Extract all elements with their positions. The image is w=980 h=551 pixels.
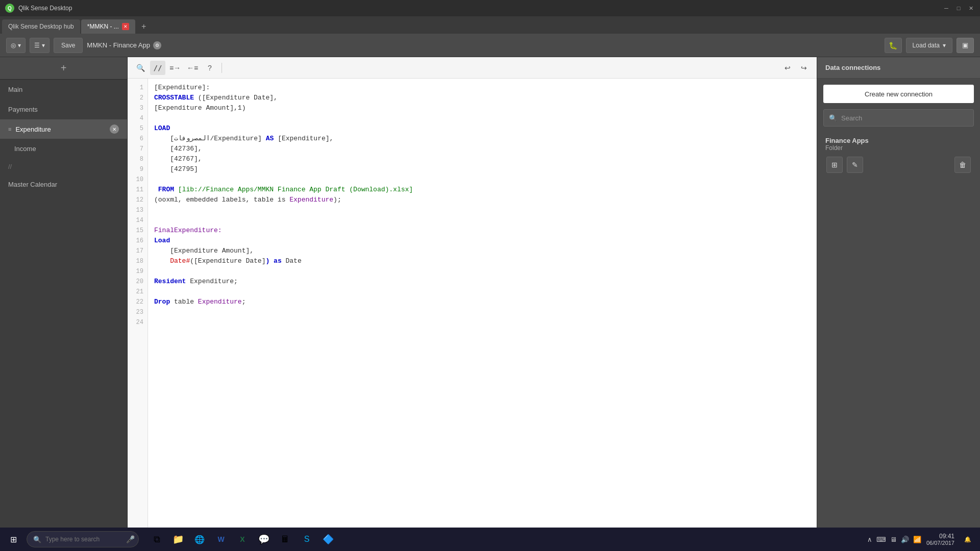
sidebar-item-payments[interactable]: Payments <box>0 99 127 119</box>
toolbar-circle-chevron: ▾ <box>18 42 21 49</box>
minimize-button[interactable]: ─ <box>942 4 950 12</box>
folder-table-icon[interactable]: ⊞ <box>826 157 843 173</box>
right-panel-toggle[interactable]: ▣ <box>957 38 974 53</box>
folder-delete-icon[interactable]: 🗑 <box>954 157 971 173</box>
taskbar-task-view[interactable]: ⧉ <box>147 530 166 549</box>
save-button[interactable]: Save <box>54 38 83 53</box>
title-bar: Q Qlik Sense Desktop ─ □ ✕ <box>0 0 980 16</box>
comment-button[interactable]: // <box>150 61 165 75</box>
network-icon[interactable]: 📶 <box>913 536 921 543</box>
code-editor[interactable]: 123456789101112131415161718192021222324 … <box>128 79 817 533</box>
undo-button[interactable]: ↩ <box>780 61 795 75</box>
notification-button[interactable]: 🔔 <box>960 531 976 547</box>
folder-actions: ⊞ ✎ 🗑 <box>825 157 972 173</box>
create-connection-label: Create new connection <box>865 90 933 98</box>
window-title: Qlik Sense Desktop <box>18 5 942 12</box>
toolbar-separator <box>222 63 222 73</box>
sidebar-item-main[interactable]: Main <box>0 80 127 99</box>
taskbar-search-input[interactable] <box>45 536 122 543</box>
sidebar-item-master-calendar[interactable]: Master Calendar <box>0 174 127 194</box>
load-data-chevron: ▾ <box>943 42 946 49</box>
tab-close-icon[interactable]: ✕ <box>122 23 129 30</box>
tab-hub[interactable]: Qlik Sense Desktop hub <box>2 19 80 34</box>
chevron-up-icon[interactable]: ∧ <box>867 536 872 543</box>
taskbar-word[interactable]: W <box>211 530 231 549</box>
tab-mmkn-label: *MMKN - ... <box>87 23 119 30</box>
folder-name: Finance Apps <box>825 137 972 144</box>
add-section-button[interactable]: + <box>0 57 127 80</box>
line-numbers: 123456789101112131415161718192021222324 <box>128 79 148 533</box>
tab-mmkn[interactable]: *MMKN - ... ✕ <box>81 19 135 34</box>
hamburger-icon: ≡ <box>8 126 11 132</box>
taskbar-search-box[interactable]: 🔍 🎤 <box>27 531 139 547</box>
toolbar-list-icon: ☰ <box>34 42 40 49</box>
app-logo: Q <box>5 4 14 13</box>
taskbar-edge[interactable]: 🌐 <box>190 530 209 549</box>
clock-time: 09:41 <box>926 533 954 540</box>
taskbar-excel[interactable]: X <box>233 530 252 549</box>
app-settings-icon[interactable]: ⚙ <box>153 41 161 49</box>
app-name-text: MMKN - Finance App <box>87 41 150 49</box>
sidebar-mastercalendar-label: Master Calendar <box>8 181 57 188</box>
volume-icon[interactable]: 🔊 <box>901 536 909 543</box>
help-button[interactable]: ? <box>202 61 217 75</box>
search-icon: 🔍 <box>829 114 837 122</box>
toolbar-list-chevron: ▾ <box>42 42 45 49</box>
toolbar-list-btn[interactable]: ☰ ▾ <box>30 38 50 53</box>
taskbar-search-icon: 🔍 <box>33 536 41 543</box>
divider-text: // <box>8 163 12 170</box>
keyboard-icon[interactable]: ⌨ <box>876 536 886 543</box>
search-box[interactable]: 🔍 <box>823 109 974 127</box>
left-sidebar: + Main Payments ≡ Expenditure ✕ Income /… <box>0 57 128 533</box>
sidebar-main-label: Main <box>8 86 22 93</box>
sidebar-expenditure-label: Expenditure <box>15 126 51 133</box>
folder-edit-icon[interactable]: ✎ <box>847 157 863 173</box>
expenditure-left: ≡ Expenditure <box>8 126 51 133</box>
sidebar-item-income[interactable]: Income <box>0 139 127 159</box>
desktop-icon[interactable]: 🖥 <box>890 536 897 543</box>
data-connections-header: Data connections <box>817 57 980 79</box>
taskbar-system-icons: ∧ ⌨ 🖥 🔊 📶 <box>867 536 921 543</box>
toolbar-circle-btn[interactable]: ◎ ▾ <box>6 38 26 53</box>
sidebar-item-expenditure[interactable]: ≡ Expenditure ✕ <box>0 119 127 139</box>
tab-hub-label: Qlik Sense Desktop hub <box>8 23 74 30</box>
app-name: MMKN - Finance App ⚙ <box>87 41 880 49</box>
search-input[interactable] <box>841 114 968 122</box>
main-content: + Main Payments ≡ Expenditure ✕ Income /… <box>0 57 980 533</box>
save-label: Save <box>61 42 75 49</box>
indent-button[interactable]: ≡→ <box>167 61 183 75</box>
taskbar-skype[interactable]: S <box>297 530 316 549</box>
microphone-icon[interactable]: 🎤 <box>126 535 135 543</box>
code-content[interactable]: [Expenditure]:CROSSTABLE ([Expenditure D… <box>148 79 817 533</box>
toolbar-circle-icon: ◎ <box>11 42 16 49</box>
taskbar-app-extra[interactable]: 🔷 <box>318 530 338 549</box>
outdent-button[interactable]: ←≡ <box>185 61 200 75</box>
sidebar-income-label: Income <box>14 145 36 153</box>
sidebar-divider: // <box>0 159 127 174</box>
right-panel: Data connections Create new connection 🔍… <box>817 57 980 533</box>
debug-icon: 🐛 <box>889 41 897 49</box>
load-data-button[interactable]: Load data ▾ <box>906 38 952 53</box>
clock-date: 06/07/2017 <box>926 540 954 546</box>
taskbar-calculator[interactable]: 🖩 <box>276 530 295 549</box>
taskbar-right: ∧ ⌨ 🖥 🔊 📶 09:41 06/07/2017 🔔 <box>867 531 976 547</box>
taskbar-explorer[interactable]: 📁 <box>168 530 188 549</box>
create-connection-button[interactable]: Create new connection <box>823 85 974 103</box>
sidebar-payments-label: Payments <box>8 106 38 113</box>
search-button[interactable]: 🔍 <box>133 61 148 75</box>
main-toolbar: ◎ ▾ ☰ ▾ Save MMKN - Finance App ⚙ 🐛 Load… <box>0 34 980 57</box>
redo-button[interactable]: ↪ <box>796 61 812 75</box>
tab-add-button[interactable]: + <box>136 19 152 34</box>
debug-button[interactable]: 🐛 <box>885 38 902 53</box>
taskbar: ⊞ 🔍 🎤 ⧉ 📁 🌐 W X 💬 🖩 S 🔷 ∧ ⌨ 🖥 🔊 📶 09:41 … <box>0 528 980 551</box>
taskbar-qlik[interactable]: 💬 <box>254 530 274 549</box>
window-controls: ─ □ ✕ <box>942 4 975 12</box>
finance-apps-folder: Finance Apps Folder ⊞ ✎ 🗑 <box>817 133 980 177</box>
expenditure-remove-icon[interactable]: ✕ <box>110 124 119 134</box>
close-button[interactable]: ✕ <box>967 4 975 12</box>
taskbar-time[interactable]: 09:41 06/07/2017 <box>926 533 954 546</box>
start-button[interactable]: ⊞ <box>4 530 22 548</box>
undo-redo-group: ↩ ↪ <box>780 61 812 75</box>
maximize-button[interactable]: □ <box>954 4 963 12</box>
panel-icon: ▣ <box>962 41 968 49</box>
